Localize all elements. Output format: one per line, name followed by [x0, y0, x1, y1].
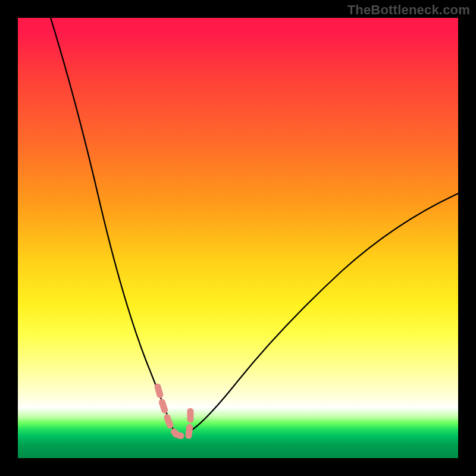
bottleneck-curve-left — [49, 18, 176, 433]
bottleneck-curve-right — [187, 192, 458, 433]
chart-stage: TheBottleneck.com — [0, 0, 476, 476]
curve-layer — [18, 18, 458, 458]
watermark-text: TheBottleneck.com — [347, 2, 470, 18]
plot-area — [18, 18, 458, 458]
valley-marker — [158, 387, 190, 436]
